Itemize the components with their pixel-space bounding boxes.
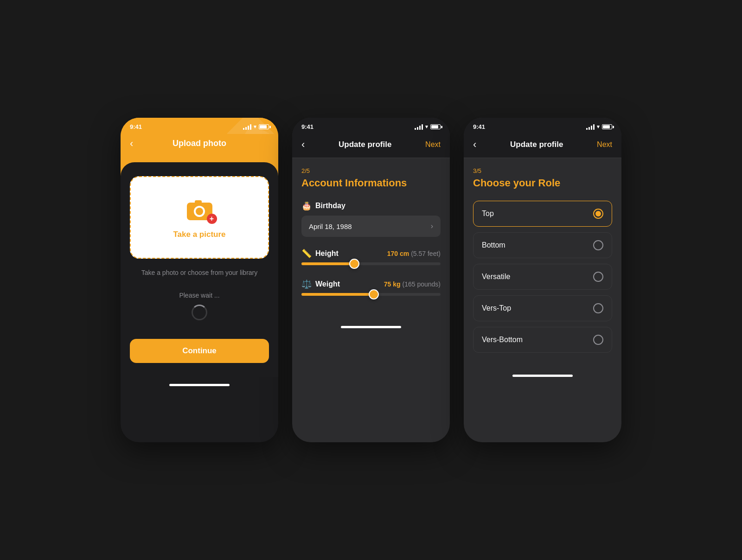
height-label-text: Height <box>315 249 339 258</box>
continue-button[interactable]: Continue <box>130 339 269 363</box>
radio-versatile[interactable] <box>593 272 603 282</box>
signal-icon-3 <box>586 124 595 130</box>
role-label-vers-bottom: Vers-Bottom <box>482 336 523 344</box>
camera-icon-wrapper: + <box>185 196 215 223</box>
account-content: 2/5 Account Informations 🎂 Birthday Apri… <box>292 158 450 319</box>
nav-title-3: Update profile <box>510 140 563 149</box>
radio-bottom[interactable] <box>593 240 603 250</box>
upload-instruction: Take a photo or choose from your library <box>130 268 269 278</box>
height-slider-thumb[interactable] <box>349 259 359 269</box>
home-indicator-3 <box>512 375 573 377</box>
nav-bar-3: ‹ Update profile Next <box>464 134 621 158</box>
time-1: 9:41 <box>130 123 142 130</box>
weight-label-text: Weight <box>315 280 340 288</box>
role-top[interactable]: Top <box>473 201 612 227</box>
weight-unit: (165 pounds) <box>402 280 441 288</box>
loading-area: Please wait ... <box>130 292 269 320</box>
step-indicator-2: 2/5 <box>301 167 441 174</box>
battery-icon-3 <box>602 124 612 129</box>
birthday-value: April 18, 1988 <box>309 223 352 230</box>
next-button-2[interactable]: Next <box>425 140 441 149</box>
role-label-bottom: Bottom <box>482 241 505 249</box>
birthday-arrow: › <box>431 222 433 230</box>
upload-box[interactable]: + Take a picture <box>130 176 269 259</box>
page-title-1: Upload photo <box>173 139 226 148</box>
birthday-icon: 🎂 <box>301 201 312 211</box>
height-row: 📏 Height 170 cm (5.57 feet) <box>301 248 441 259</box>
radio-top[interactable] <box>593 209 603 219</box>
section-title-2: Account Informations <box>301 177 441 189</box>
weight-icon: ⚖️ <box>301 279 312 289</box>
role-bottom[interactable]: Bottom <box>473 232 612 258</box>
battery-icon <box>259 124 269 129</box>
role-versatile[interactable]: Versatile <box>473 264 612 290</box>
weight-slider-fill <box>301 293 374 296</box>
radio-vers-top[interactable] <box>593 303 603 313</box>
wifi-icon-3: ▾ <box>597 124 600 130</box>
role-label-vers-top: Vers-Top <box>482 304 511 312</box>
phone-role: 9:41 ▾ ‹ Update profile Next 3/5 Ch <box>464 118 621 442</box>
height-label: 📏 Height <box>301 248 339 259</box>
role-content: 3/5 Choose your Role Top Bottom Versatil… <box>464 158 621 368</box>
birthday-label-text: Birthday <box>315 202 345 210</box>
weight-label: ⚖️ Weight <box>301 279 340 289</box>
birthday-row[interactable]: April 18, 1988 › <box>301 216 441 237</box>
phone-upload: 9:41 ▾ ‹ Upload photo <box>121 118 278 442</box>
nav-title-2: Update profile <box>339 140 391 149</box>
height-icon: 📏 <box>301 248 312 259</box>
height-value: 170 cm (5.57 feet) <box>387 250 441 257</box>
weight-row: ⚖️ Weight 75 kg (165 pounds) <box>301 279 441 289</box>
role-vers-bottom[interactable]: Vers-Bottom <box>473 327 612 353</box>
weight-slider-thumb[interactable] <box>369 289 379 299</box>
status-icons-3: ▾ <box>586 124 612 130</box>
back-button-2[interactable]: ‹ <box>301 139 305 151</box>
wifi-icon-2: ▾ <box>425 124 428 130</box>
section-title-3: Choose your Role <box>473 177 612 189</box>
time-3: 9:41 <box>473 123 485 130</box>
status-icons-2: ▾ <box>415 124 441 130</box>
take-picture-label: Take a picture <box>173 230 225 239</box>
loading-text: Please wait ... <box>179 292 219 299</box>
camera-plus-icon: + <box>207 214 217 224</box>
status-bar-3: 9:41 ▾ <box>464 118 621 134</box>
step-indicator-3: 3/5 <box>473 167 612 174</box>
phone-account: 9:41 ▾ ‹ Update profile Next 2/5 Ac <box>292 118 450 442</box>
role-label-versatile: Versatile <box>482 273 510 281</box>
status-bar-2: 9:41 ▾ <box>292 118 450 134</box>
svg-point-2 <box>196 208 203 215</box>
weight-value: 75 kg (165 pounds) <box>384 280 441 288</box>
back-button-1[interactable]: ‹ <box>130 138 133 150</box>
height-slider[interactable] <box>301 262 441 265</box>
upload-content: + Take a picture Take a photo or choose … <box>121 162 278 377</box>
weight-highlight: 75 kg <box>384 280 401 288</box>
height-unit: (5.57 feet) <box>411 250 441 257</box>
birthday-label: 🎂 Birthday <box>301 201 441 211</box>
home-indicator-1 <box>169 384 230 386</box>
nav-bar-2: ‹ Update profile Next <box>292 134 450 158</box>
weight-slider[interactable] <box>301 293 441 296</box>
height-slider-fill <box>301 262 354 265</box>
screens-container: 9:41 ▾ ‹ Upload photo <box>121 118 621 442</box>
role-label-top: Top <box>482 210 494 218</box>
loading-spinner <box>192 305 207 320</box>
next-button-3[interactable]: Next <box>597 140 612 149</box>
height-highlight: 170 cm <box>387 250 409 257</box>
back-button-3[interactable]: ‹ <box>473 139 476 151</box>
role-vers-top[interactable]: Vers-Top <box>473 295 612 321</box>
signal-icon-2 <box>415 124 423 130</box>
radio-vers-bottom[interactable] <box>593 335 603 345</box>
home-indicator-2 <box>341 326 401 328</box>
time-2: 9:41 <box>301 123 313 130</box>
svg-rect-3 <box>195 200 202 204</box>
battery-icon-2 <box>430 124 441 129</box>
